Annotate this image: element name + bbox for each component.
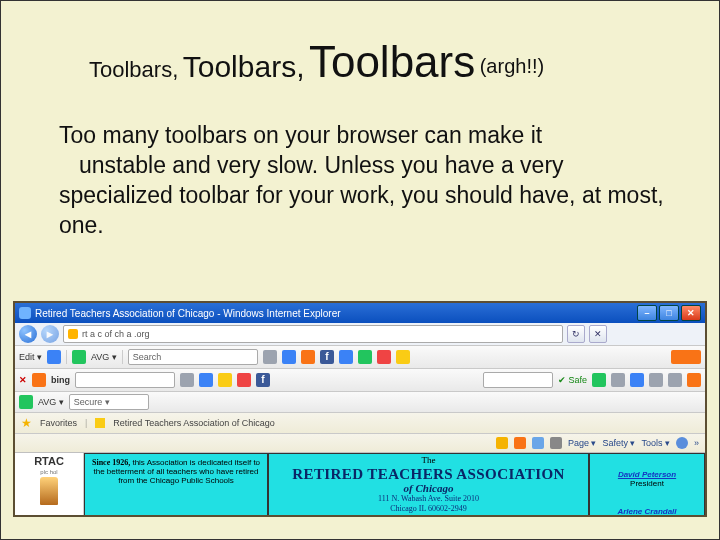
toolbar-icon[interactable] <box>396 350 410 364</box>
toolbar-icon[interactable] <box>377 350 391 364</box>
address-bar[interactable]: rt a c of ch a .org <box>63 325 563 343</box>
avg-label[interactable]: AVG ▾ <box>91 352 117 362</box>
favicon-icon <box>95 418 105 428</box>
people-box: David Peterson President Arlene Crandall… <box>589 453 705 517</box>
center-banner: The RETIRED TEACHERS ASSOCIATION of Chic… <box>268 453 589 517</box>
search-placeholder: Search <box>133 352 162 362</box>
safety-menu[interactable]: Safety ▾ <box>602 438 635 448</box>
toolbar-icon[interactable] <box>668 373 682 387</box>
toolbar-icon[interactable] <box>282 350 296 364</box>
body-paragraph: Too many toolbars on your browser can ma… <box>59 121 667 241</box>
title-medium: Toolbars, <box>183 50 305 83</box>
toolbar-icon[interactable] <box>47 350 61 364</box>
since-box: Since 1926, this Association is dedicate… <box>84 453 268 517</box>
torch-icon <box>40 477 58 505</box>
person-name: Arlene Crandall <box>594 507 700 516</box>
banner-addr2: Chicago IL 60602-2949 <box>271 505 586 514</box>
nav-row: ◄ ► rt a c of ch a .org ↻ ✕ <box>15 323 705 346</box>
avg-label[interactable]: AVG ▾ <box>38 397 64 407</box>
refresh-button[interactable]: ↻ <box>567 325 585 343</box>
safe-label[interactable]: ✔ Safe <box>558 375 587 385</box>
slide: Toolbars, Toolbars, Toolbars (argh!!) To… <box>0 0 720 540</box>
toolbar-3: AVG ▾ Secure ▾ <box>15 392 705 413</box>
since-title: Since 1926, <box>92 458 130 467</box>
title-small: Toolbars, <box>89 57 178 82</box>
close-x[interactable]: ✕ <box>19 375 27 385</box>
toolbar-icon[interactable] <box>671 350 701 364</box>
ie-icon <box>19 307 31 319</box>
toolbar-1: Edit ▾ AVG ▾ Search f <box>15 346 705 369</box>
page-menu[interactable]: Page ▾ <box>568 438 597 448</box>
toolbar-icon[interactable] <box>592 373 606 387</box>
toolbar-icon[interactable] <box>630 373 644 387</box>
bing-label[interactable]: bing <box>51 375 70 385</box>
help-icon[interactable] <box>676 437 688 449</box>
toolbar-icon[interactable] <box>301 350 315 364</box>
window-title: Retired Teachers Association of Chicago … <box>35 308 637 319</box>
banner-ofchicago: of Chicago <box>271 482 586 494</box>
minimize-button[interactable]: – <box>637 305 657 321</box>
avg-icon[interactable] <box>19 395 33 409</box>
favorites-label[interactable]: Favorites <box>40 418 77 428</box>
chevrons[interactable]: » <box>694 438 699 448</box>
toolbar-icon[interactable] <box>687 373 701 387</box>
tools-menu[interactable]: Tools ▾ <box>641 438 670 448</box>
person-name: David Peterson <box>594 470 700 479</box>
title-argh: (argh!!) <box>480 55 544 77</box>
body-rest: unstable and very slow. Unless you have … <box>59 152 664 238</box>
page-content: RTAC plc hol Since 1926, this Associatio… <box>15 453 705 517</box>
slide-title: Toolbars, Toolbars, Toolbars (argh!!) <box>89 37 697 87</box>
rtac-sidebar: RTAC plc hol <box>15 453 84 517</box>
title-large: Toolbars <box>309 37 475 86</box>
banner-addr3: Phone: 312 750 1522, Fax: 312 750 1502 <box>271 515 586 517</box>
facebook-icon[interactable]: f <box>256 373 270 387</box>
print-icon[interactable] <box>550 437 562 449</box>
back-button[interactable]: ◄ <box>19 325 37 343</box>
edit-menu[interactable]: Edit ▾ <box>19 352 42 362</box>
window-titlebar: Retired Teachers Association of Chicago … <box>15 303 705 323</box>
feed-icon[interactable] <box>514 437 526 449</box>
search-input[interactable] <box>483 372 553 388</box>
person-role: President <box>594 479 700 488</box>
address-text: rt a c of ch a .org <box>82 329 150 339</box>
avg-icon[interactable] <box>72 350 86 364</box>
favorites-item[interactable]: Retired Teachers Association of Chicago <box>113 418 274 428</box>
favicon-icon <box>68 329 78 339</box>
search-input[interactable]: Search <box>128 349 258 365</box>
secure-dropdown[interactable]: Secure ▾ <box>69 394 149 410</box>
toolbar-icon[interactable] <box>218 373 232 387</box>
browser-screenshot: Retired Teachers Association of Chicago … <box>13 301 707 517</box>
toolbar-icon[interactable] <box>649 373 663 387</box>
stop-button[interactable]: ✕ <box>589 325 607 343</box>
toolbar-icon[interactable] <box>237 373 251 387</box>
banner-assoc: RETIRED TEACHERS ASSOCIATION <box>271 466 586 483</box>
person-role: Executive Director <box>594 516 700 518</box>
favorites-bar: ★ Favorites | Retired Teachers Associati… <box>15 413 705 434</box>
toolbar-icon[interactable] <box>611 373 625 387</box>
separator <box>66 350 67 364</box>
secure-label: Secure ▾ <box>74 397 110 407</box>
star-icon[interactable]: ★ <box>21 416 32 430</box>
bing-icon[interactable] <box>32 373 46 387</box>
toolbar-icon[interactable] <box>339 350 353 364</box>
mail-icon[interactable] <box>532 437 544 449</box>
banner-the: The <box>271 456 586 466</box>
toolbar-2: ✕ bing f ✔ Safe <box>15 369 705 392</box>
close-button[interactable]: ✕ <box>681 305 701 321</box>
command-bar: Page ▾ Safety ▾ Tools ▾ » <box>15 434 705 453</box>
toolbar-icon[interactable] <box>199 373 213 387</box>
rtac-logo-text: RTAC <box>34 455 64 467</box>
body-line1: Too many toolbars on your browser can ma… <box>59 122 542 148</box>
rtac-caption: plc hol <box>40 469 57 475</box>
home-icon[interactable] <box>496 437 508 449</box>
banner-addr1: 111 N. Wabash Ave. Suite 2010 <box>271 495 586 504</box>
search-icon[interactable] <box>263 350 277 364</box>
window-buttons: – □ ✕ <box>637 305 701 321</box>
toolbar-icon[interactable] <box>180 373 194 387</box>
maximize-button[interactable]: □ <box>659 305 679 321</box>
toolbar-icon[interactable] <box>358 350 372 364</box>
search-input[interactable] <box>75 372 175 388</box>
forward-button[interactable]: ► <box>41 325 59 343</box>
facebook-icon[interactable]: f <box>320 350 334 364</box>
separator <box>122 350 123 364</box>
